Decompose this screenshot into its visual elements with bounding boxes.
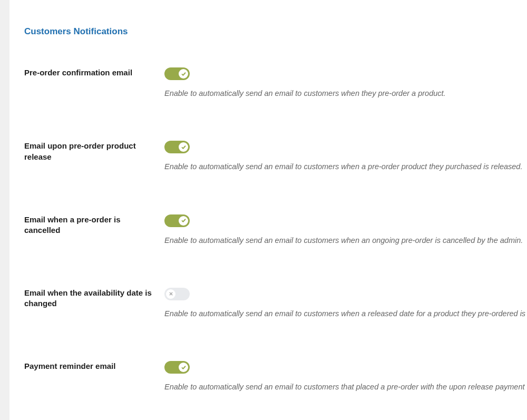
- toggle-release-email[interactable]: [164, 141, 190, 153]
- label-payment-reminder-email: Payment reminder email: [24, 361, 164, 392]
- close-icon: [169, 291, 173, 296]
- toggle-availability-email[interactable]: [164, 288, 190, 300]
- control-payment-reminder-email: Enable to automatically send an email to…: [164, 361, 527, 392]
- form-table: Pre-order confirmation email Enable to a…: [9, 67, 527, 420]
- settings-panel: Customers Notifications Pre-order confir…: [9, 0, 527, 420]
- description-payment-reminder-email: Enable to automatically send an email to…: [164, 382, 527, 392]
- description-confirmation-email: Enable to automatically send an email to…: [164, 88, 527, 99]
- control-release-email: Enable to automatically send an email to…: [164, 141, 527, 172]
- label-confirmation-email: Pre-order confirmation email: [24, 67, 164, 99]
- row-release-email: Email upon pre-order product release Ena…: [9, 141, 527, 172]
- check-icon: [181, 218, 186, 223]
- check-icon: [181, 365, 186, 370]
- description-cancelled-email: Enable to automatically send an email to…: [164, 235, 527, 246]
- toggle-knob: [179, 216, 188, 226]
- control-confirmation-email: Enable to automatically send an email to…: [164, 67, 527, 99]
- label-release-email: Email upon pre-order product release: [24, 141, 164, 172]
- row-confirmation-email: Pre-order confirmation email Enable to a…: [9, 67, 527, 99]
- toggle-payment-reminder-email[interactable]: [164, 361, 190, 374]
- description-availability-email: Enable to automatically send an email to…: [164, 308, 527, 319]
- label-cancelled-email: Email when a pre-order is cancelled: [24, 214, 164, 246]
- toggle-cancelled-email[interactable]: [164, 214, 190, 227]
- label-availability-email: Email when the availability date is chan…: [24, 288, 164, 319]
- toggle-confirmation-email[interactable]: [164, 67, 190, 80]
- row-cancelled-email: Email when a pre-order is cancelled Enab…: [9, 214, 527, 246]
- control-availability-email: Enable to automatically send an email to…: [164, 288, 527, 319]
- toggle-knob: [179, 69, 188, 79]
- check-icon: [181, 145, 186, 150]
- section-title: Customers Notifications: [9, 0, 527, 37]
- description-release-email: Enable to automatically send an email to…: [164, 161, 527, 172]
- toggle-knob: [166, 289, 175, 299]
- control-cancelled-email: Enable to automatically send an email to…: [164, 214, 527, 246]
- check-icon: [181, 72, 186, 76]
- row-availability-email: Email when the availability date is chan…: [9, 288, 527, 319]
- row-payment-reminder-email: Payment reminder email Enable to automat…: [9, 361, 527, 392]
